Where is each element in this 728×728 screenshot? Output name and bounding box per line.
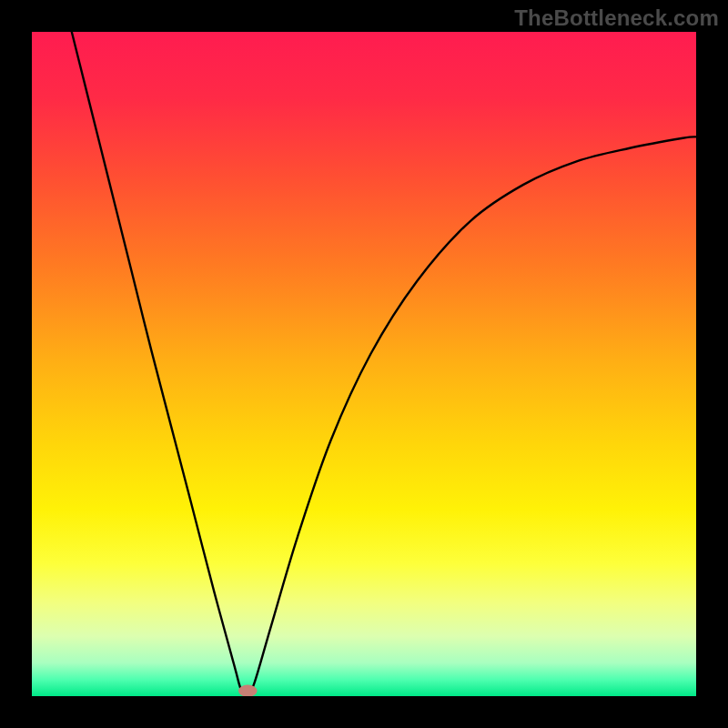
watermark-text: TheBottleneck.com (514, 5, 719, 31)
plot-area (32, 32, 696, 696)
chart-background (32, 32, 696, 696)
chart-frame: TheBottleneck.com (0, 0, 728, 728)
chart-svg (32, 32, 696, 696)
